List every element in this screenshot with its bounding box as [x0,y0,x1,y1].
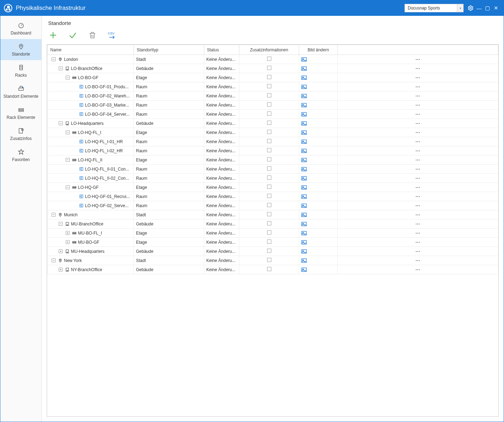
expand-toggle[interactable]: + [59,249,63,253]
zusatz-checkbox[interactable] [267,84,271,88]
zusatz-checkbox[interactable] [267,57,271,61]
tenant-combo-arrow[interactable]: ▾ [457,4,464,12]
table-row[interactable]: LO-HQ-FL_I-02_HR Raum Keine Änderu... ··… [47,146,498,155]
zusatz-checkbox[interactable] [267,93,271,97]
zusatz-checkbox[interactable] [267,121,271,125]
zusatz-checkbox[interactable] [267,239,271,244]
table-row[interactable]: −MU-BranchOffice Gebäude Keine Änderu...… [47,219,498,229]
image-icon[interactable] [301,222,335,226]
settings-gear-icon[interactable] [466,4,475,12]
row-actions-button[interactable]: ··· [340,57,496,62]
zusatz-checkbox[interactable] [267,75,271,79]
table-row[interactable]: LO-HQ-GF-02_Serve... Raum Keine Änderu..… [47,201,498,210]
row-actions-button[interactable]: ··· [340,66,496,71]
image-icon[interactable] [301,240,335,245]
col-bild[interactable]: Bild ändern [299,45,338,55]
zusatz-checkbox[interactable] [267,185,271,189]
row-actions-button[interactable]: ··· [340,94,496,98]
csv-import-button[interactable]: CSV [107,30,117,40]
zusatz-checkbox[interactable] [267,66,271,70]
row-actions-button[interactable]: ··· [340,212,496,217]
zusatz-checkbox[interactable] [267,249,271,253]
tenant-combo[interactable]: Docusnap Sports [405,4,457,12]
table-row[interactable]: −Munich Stadt Keine Änderu... ··· [47,210,498,219]
row-actions-button[interactable]: ··· [340,258,496,263]
image-icon[interactable] [301,121,335,126]
table-row[interactable]: LO-HQ-GF-01_Recrui... Raum Keine Änderu.… [47,192,498,201]
image-icon[interactable] [301,194,335,199]
table-row[interactable]: −LO-BranchOffice Gebäude Keine Änderu...… [47,64,498,73]
zusatz-checkbox[interactable] [267,175,271,180]
image-icon[interactable] [301,103,335,108]
sidebar-item-rack-elemente[interactable]: Rack Elemente [0,102,41,123]
zusatz-checkbox[interactable] [267,157,271,161]
image-icon[interactable] [301,139,335,144]
expand-toggle[interactable]: − [52,57,56,61]
image-icon[interactable] [301,258,335,263]
row-actions-button[interactable]: ··· [340,203,496,208]
row-actions-button[interactable]: ··· [340,130,496,135]
minimize-button[interactable]: — [475,4,483,12]
row-actions-button[interactable]: ··· [340,240,496,245]
expand-toggle[interactable]: − [66,76,70,79]
image-icon[interactable] [301,185,335,190]
expand-toggle[interactable]: + [66,231,70,235]
image-icon[interactable] [301,75,335,80]
zusatz-checkbox[interactable] [267,230,271,235]
zusatz-checkbox[interactable] [267,221,271,225]
row-actions-button[interactable]: ··· [340,84,496,89]
image-icon[interactable] [301,158,335,162]
expand-toggle[interactable]: − [66,185,70,189]
zusatz-checkbox[interactable] [267,194,271,198]
zusatz-checkbox[interactable] [267,267,271,271]
row-actions-button[interactable]: ··· [340,121,496,126]
row-actions-button[interactable]: ··· [340,176,496,181]
sidebar-item-zusatzinfos[interactable]: iZusatzinfos [0,123,41,145]
image-icon[interactable] [301,231,335,236]
row-actions-button[interactable]: ··· [340,103,496,108]
zusatz-checkbox[interactable] [267,102,271,107]
table-row[interactable]: LO-HQ-FL_II-02_Con... Raum Keine Änderu.… [47,174,498,183]
expand-toggle[interactable]: − [66,130,70,134]
row-actions-button[interactable]: ··· [340,112,496,117]
image-icon[interactable] [301,267,335,272]
image-icon[interactable] [301,212,335,217]
row-actions-button[interactable]: ··· [340,167,496,172]
row-actions-button[interactable]: ··· [340,75,496,80]
image-icon[interactable] [301,249,335,254]
sidebar-item-standorte[interactable]: Standorte [0,39,41,60]
add-button[interactable] [48,30,58,40]
table-row[interactable]: −LO-BO-GF Etage Keine Änderu... ··· [47,73,498,82]
zusatz-checkbox[interactable] [267,130,271,134]
row-actions-button[interactable]: ··· [340,231,496,236]
row-actions-button[interactable]: ··· [340,194,496,199]
sidebar-item-dashboard[interactable]: Dashboard [0,18,41,39]
zusatz-checkbox[interactable] [267,148,271,152]
locations-grid[interactable]: Name Standorttyp Status Zusatzinformatio… [47,44,499,417]
table-row[interactable]: −LO-HQ-GF Etage Keine Änderu... ··· [47,183,498,192]
table-row[interactable]: −LO-HQ-FL_II Etage Keine Änderu... ··· [47,155,498,165]
row-actions-button[interactable]: ··· [340,222,496,226]
expand-toggle[interactable]: − [52,213,56,217]
zusatz-checkbox[interactable] [267,212,271,216]
table-row[interactable]: −LO-Headquarters Gebäude Keine Änderu...… [47,119,498,128]
image-icon[interactable] [301,84,335,89]
table-row[interactable]: +NY-BranchOffice Gebäude Keine Änderu...… [47,265,498,274]
expand-toggle[interactable]: − [66,158,70,162]
row-actions-button[interactable]: ··· [340,185,496,190]
col-zusatz[interactable]: Zusatzinformationen [239,45,299,55]
col-type[interactable]: Standorttyp [134,45,204,55]
zusatz-checkbox[interactable] [267,258,271,262]
zusatz-checkbox[interactable] [267,203,271,207]
sidebar-item-favoriten[interactable]: Favoriten [0,145,41,166]
expand-toggle[interactable]: + [59,268,63,271]
col-status[interactable]: Status [204,45,239,55]
table-row[interactable]: LO-BO-GF-01_Produ... Raum Keine Änderu..… [47,82,498,91]
expand-toggle[interactable]: − [59,66,63,70]
row-actions-button[interactable]: ··· [340,139,496,144]
maximize-button[interactable]: ▢ [483,4,492,12]
image-icon[interactable] [301,94,335,98]
row-actions-button[interactable]: ··· [340,249,496,254]
sidebar-item-racks[interactable]: Racks [0,60,41,81]
table-row[interactable]: +MU-BO-GF Etage Keine Änderu... ··· [47,238,498,247]
